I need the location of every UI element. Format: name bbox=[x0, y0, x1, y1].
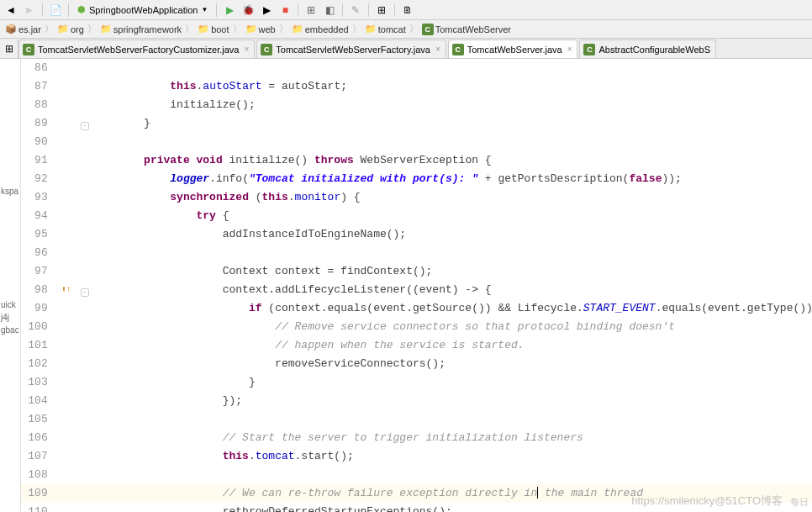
code-line[interactable]: 106 // Start the server to trigger initi… bbox=[21, 429, 812, 447]
code-line[interactable]: 102 removeServiceConnectors(); bbox=[21, 355, 812, 373]
line-content[interactable]: private void initialize() throws WebServ… bbox=[92, 151, 812, 170]
gutter-icons[interactable] bbox=[55, 207, 78, 225]
fold-marker[interactable]: - bbox=[81, 122, 89, 130]
gutter-icons[interactable] bbox=[55, 373, 78, 392]
code-line[interactable]: 103 } bbox=[21, 373, 812, 392]
line-number[interactable]: 97 bbox=[21, 262, 55, 281]
gutter-icons[interactable] bbox=[55, 299, 78, 318]
breadcrumb-item[interactable]: 📁org bbox=[55, 24, 86, 35]
line-number[interactable]: 95 bbox=[21, 225, 55, 244]
editor-tab[interactable]: CTomcatWebServer.java× bbox=[448, 40, 578, 58]
gutter-icons[interactable] bbox=[55, 336, 78, 355]
forward-button[interactable]: ► bbox=[22, 3, 37, 18]
gutter-icons[interactable] bbox=[55, 466, 78, 484]
line-content[interactable] bbox=[92, 59, 812, 77]
debug-button[interactable]: 🐞 bbox=[240, 3, 256, 18]
fold-gutter[interactable] bbox=[78, 318, 92, 336]
line-number[interactable]: 91 bbox=[21, 151, 55, 170]
line-content[interactable]: // happen when the service is started. bbox=[92, 336, 812, 355]
fold-gutter[interactable] bbox=[78, 170, 92, 188]
code-line[interactable]: 96 bbox=[21, 244, 812, 262]
line-content[interactable]: synchronized (this.monitor) { bbox=[92, 188, 812, 207]
gutter-icons[interactable] bbox=[55, 188, 78, 207]
code-line[interactable]: 87 this.autoStart = autoStart; bbox=[21, 77, 812, 96]
line-content[interactable] bbox=[92, 244, 812, 262]
code-line[interactable]: 108 bbox=[21, 466, 812, 484]
left-panel-label[interactable]: kspa bbox=[0, 185, 20, 198]
line-number[interactable]: 99 bbox=[21, 299, 55, 318]
fold-gutter[interactable] bbox=[78, 484, 92, 503]
line-content[interactable]: removeServiceConnectors(); bbox=[92, 355, 812, 373]
code-line[interactable]: 101 // happen when the service is starte… bbox=[21, 336, 812, 355]
gutter-icons[interactable] bbox=[55, 410, 78, 429]
breadcrumb-item[interactable]: 📁tomcat bbox=[363, 24, 408, 35]
toolbar-icon[interactable]: 📄 bbox=[48, 3, 63, 18]
fold-gutter[interactable] bbox=[78, 392, 92, 410]
left-panel-label[interactable]: j4j bbox=[0, 311, 20, 324]
line-content[interactable]: }); bbox=[92, 392, 812, 410]
code-line[interactable]: 94 try { bbox=[21, 207, 812, 225]
toolbar-icon[interactable]: ⊞ bbox=[374, 3, 389, 18]
fold-gutter[interactable] bbox=[78, 225, 92, 244]
breadcrumb-item[interactable]: 📁springframework bbox=[98, 24, 183, 35]
code-line[interactable]: 99 if (context.equals(event.getSource())… bbox=[21, 299, 812, 318]
profile-button[interactable]: ■ bbox=[277, 3, 293, 18]
gutter-icons[interactable] bbox=[55, 96, 78, 114]
toolbar-icon[interactable]: ✎ bbox=[348, 3, 363, 18]
gutter-icons[interactable] bbox=[55, 225, 78, 244]
line-number[interactable]: 87 bbox=[21, 77, 55, 96]
close-icon[interactable]: × bbox=[244, 45, 249, 54]
gutter-icons[interactable] bbox=[55, 114, 78, 133]
fold-gutter[interactable] bbox=[78, 262, 92, 281]
fold-gutter[interactable] bbox=[78, 466, 92, 484]
line-number[interactable]: 92 bbox=[21, 170, 55, 188]
close-icon[interactable]: × bbox=[435, 45, 440, 54]
toolbar-icon[interactable]: 🗎 bbox=[400, 3, 415, 18]
line-number[interactable]: 107 bbox=[21, 447, 55, 466]
implementation-icon[interactable]: ⬆↑ bbox=[61, 281, 71, 299]
line-number[interactable]: 94 bbox=[21, 207, 55, 225]
line-number[interactable]: 106 bbox=[21, 429, 55, 447]
breadcrumb-item[interactable]: 📁embedded bbox=[290, 24, 351, 35]
line-content[interactable]: // Remove service connectors so that pro… bbox=[92, 318, 812, 336]
line-content[interactable]: addInstanceIdToEngineName(); bbox=[92, 225, 812, 244]
code-line[interactable]: 98⬆↑- context.addLifecycleListener((even… bbox=[21, 281, 812, 299]
fold-gutter[interactable] bbox=[78, 373, 92, 392]
code-area[interactable]: 86 87 this.autoStart = autoStart;88 init… bbox=[21, 59, 812, 512]
line-number[interactable]: 86 bbox=[21, 59, 55, 77]
gutter-icons[interactable] bbox=[55, 429, 78, 447]
fold-gutter[interactable] bbox=[78, 336, 92, 355]
fold-gutter[interactable] bbox=[78, 188, 92, 207]
code-line[interactable]: 92 logger.info("Tomcat initialized with … bbox=[21, 170, 812, 188]
toolbar-icon[interactable]: ⊞ bbox=[303, 3, 319, 18]
code-line[interactable]: 91 private void initialize() throws WebS… bbox=[21, 151, 812, 170]
line-number[interactable]: 90 bbox=[21, 133, 55, 151]
line-number[interactable]: 89 bbox=[21, 114, 55, 133]
breadcrumb-item[interactable]: CTomcatWebServer bbox=[420, 24, 513, 35]
fold-gutter[interactable] bbox=[78, 96, 92, 114]
code-line[interactable]: 104 }); bbox=[21, 392, 812, 410]
run-config-dropdown[interactable]: ⬢ SpringbootWebApplication ▼ bbox=[74, 3, 211, 17]
toolbar-icon[interactable]: ◧ bbox=[322, 3, 337, 18]
line-number[interactable]: 103 bbox=[21, 373, 55, 392]
line-content[interactable]: Context context = findContext(); bbox=[92, 262, 812, 281]
line-number[interactable]: 104 bbox=[21, 392, 55, 410]
code-line[interactable]: 89- } bbox=[21, 114, 812, 133]
code-line[interactable]: 88 initialize(); bbox=[21, 96, 812, 114]
back-button[interactable]: ◄ bbox=[3, 3, 18, 18]
editor-tab[interactable]: CTomcatServletWebServerFactoryCustomizer… bbox=[18, 40, 255, 58]
left-panel-label[interactable]: uick bbox=[0, 298, 20, 311]
line-number[interactable]: 102 bbox=[21, 355, 55, 373]
line-number[interactable]: 98 bbox=[21, 281, 55, 299]
line-number[interactable]: 109 bbox=[21, 484, 55, 503]
left-panel-label[interactable]: gbac bbox=[0, 324, 20, 336]
fold-gutter[interactable] bbox=[78, 151, 92, 170]
breadcrumb-item[interactable]: 📦es.jar bbox=[3, 24, 43, 35]
line-content[interactable] bbox=[92, 133, 812, 151]
line-number[interactable]: 105 bbox=[21, 410, 55, 429]
fold-gutter[interactable] bbox=[78, 355, 92, 373]
line-number[interactable]: 108 bbox=[21, 466, 55, 484]
fold-gutter[interactable] bbox=[78, 59, 92, 77]
gutter-icons[interactable] bbox=[55, 59, 78, 77]
fold-gutter[interactable]: - bbox=[78, 281, 92, 299]
